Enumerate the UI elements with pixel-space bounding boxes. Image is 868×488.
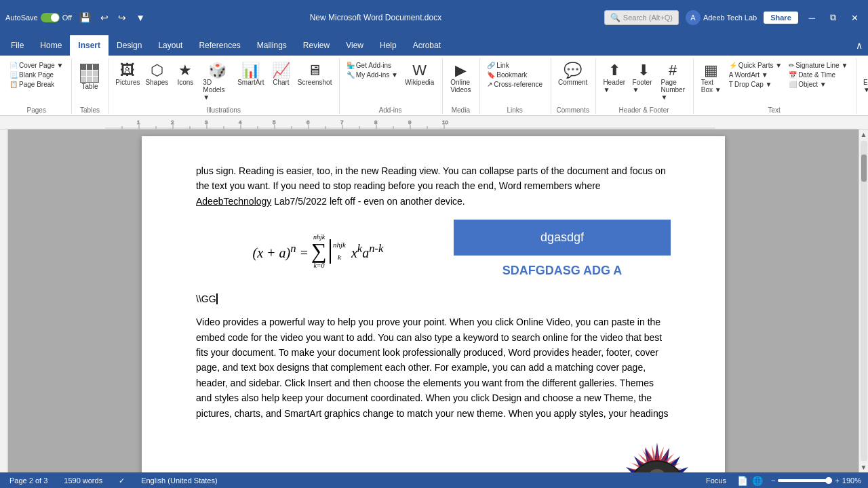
word-count[interactable]: 1590 words [61,475,105,486]
tab-file[interactable]: File [3,35,32,56]
document-area[interactable]: plus sign. Reading is easier, too, in th… [8,129,859,472]
tab-mailings[interactable]: Mailings [249,35,295,56]
ribbon-group-addins: 🏪 Get Add-ins 🔧 My Add-ins ▼ W Wikipedia… [341,58,443,114]
spell-check-icon[interactable]: ✓ [116,475,127,487]
body-text-content: Video provides a powerful way to help yo… [196,317,668,418]
zoom-thumb[interactable] [825,477,832,484]
close-button[interactable]: ✕ [847,12,863,24]
text-sub-buttons: ⚡ Quick Parts ▼ A WordArt ▼ T Drop Cap ▼ [726,61,785,89]
media-label: Media [452,105,470,114]
pictures-icon: 🖼 [120,62,135,79]
autosave-toggle[interactable] [41,13,60,22]
textbox-button[interactable]: ▦ TextBox ▼ [698,61,725,95]
redo-icon[interactable]: ↪ [116,12,128,24]
wordart-button[interactable]: A WordArt ▼ [726,70,785,79]
drop-cap-button[interactable]: T Drop Cap ▼ [726,80,785,89]
table-icon [80,64,99,83]
tab-insert[interactable]: Insert [70,35,108,56]
object-button[interactable]: ⬜ Object ▼ [786,80,850,89]
get-addins-button[interactable]: 🏪 Get Add-ins [344,61,401,70]
tab-acrobat[interactable]: Acrobat [405,35,449,56]
search-bar[interactable]: 🔍 Search (Alt+Q) [604,10,679,25]
restore-button[interactable]: ⧉ [826,11,840,24]
tab-layout[interactable]: Layout [150,35,191,56]
tab-references[interactable]: References [191,35,248,56]
tab-design[interactable]: Design [108,35,150,56]
save-icon[interactable]: 💾 [77,12,93,24]
zoom-percent[interactable]: 190% [842,476,861,485]
equation-button[interactable]: ∑ Equation ▼ [861,61,868,95]
hf-label: Header & Footer [619,105,669,114]
zoom-control[interactable]: − + 190% [771,476,861,485]
ribbon-collapse-icon[interactable]: ∧ [856,40,863,51]
equation-block: (x + a)n = nhjk nhjk k xkan-k [196,222,440,278]
scroll-thumb[interactable] [861,155,867,182]
page-number-button[interactable]: # PageNumber ▼ [658,61,688,102]
screenshot-icon: 🖥 [307,62,322,79]
svg-text:7: 7 [340,119,344,125]
svg-text:6: 6 [307,119,310,125]
scroll-down-arrow[interactable]: ▼ [859,462,868,472]
page-break-button[interactable]: 📋 Page Break [7,80,66,89]
web-layout-icon[interactable]: 🌐 [752,476,763,486]
signature-line-button[interactable]: ✏ Signature Line ▼ [786,61,850,70]
ribbon-tab-bar: File Home Insert Design Layout Reference… [0,35,868,56]
minimize-button[interactable]: ─ [805,12,819,24]
scroll-up-arrow[interactable]: ▲ [859,129,868,140]
right-scrollbar[interactable]: ▲ ▼ [859,129,868,472]
3d-models-button[interactable]: 🎲 3DModels ▼ [200,61,234,102]
screenshot-button[interactable]: 🖥 Screenshot [296,61,333,87]
icons-button[interactable]: ★ Icons [172,61,199,87]
tab-home[interactable]: Home [32,35,70,56]
footer-button[interactable]: ⬇ Footer ▼ [630,61,657,95]
cross-reference-button[interactable]: ↗ Cross-reference [484,80,545,89]
link-button[interactable]: 🔗 Link [484,61,545,70]
scroll-track[interactable] [861,141,867,461]
pages-items: 📄 Cover Page ▼ 📃 Blank Page 📋 Page Break [7,58,66,105]
ribbon-group-comments: 💬 Comment Comments [553,58,596,114]
addins-label: Add-ins [379,105,402,114]
pictures-button[interactable]: 🖼 Pictures [113,61,142,87]
ruler: 1 2 3 4 5 6 7 8 9 10 [0,116,868,129]
shapes-button[interactable]: ⬡ Shapes [143,61,170,87]
quick-parts-button[interactable]: ⚡ Quick Parts ▼ [726,61,785,70]
customize-icon[interactable]: ▼ [134,12,147,24]
smartart-button[interactable]: 📊 SmartArt [235,61,266,87]
cover-page-button[interactable]: 📄 Cover Page ▼ [7,61,66,70]
tab-view[interactable]: View [338,35,372,56]
undo-icon[interactable]: ↩ [98,12,111,24]
text-items: ▦ TextBox ▼ ⚡ Quick Parts ▼ A WordArt ▼ … [698,58,851,105]
search-icon: 🔍 [610,13,620,22]
zoom-out-icon[interactable]: − [771,476,775,485]
chart-button[interactable]: 📈 Chart [267,61,294,87]
typed-text[interactable]: \\GG [196,291,671,306]
print-layout-icon[interactable]: 📄 [737,476,748,486]
my-addins-button[interactable]: 🔧 My Add-ins ▼ [344,70,401,79]
zoom-bar[interactable] [778,479,832,482]
page-info[interactable]: Page 2 of 3 [7,475,50,486]
ribbon-group-links: 🔗 Link 🔖 Bookmark ↗ Cross-reference Link… [481,58,551,114]
user-avatar[interactable]: A [686,10,701,25]
wikipedia-button[interactable]: W Wikipedia [402,61,437,87]
tab-review[interactable]: Review [295,35,338,56]
tab-help[interactable]: Help [372,35,405,56]
comment-button[interactable]: 💬 Comment [555,61,590,87]
footer-icon: ⬇ [637,62,650,79]
links-buttons: 🔗 Link 🔖 Bookmark ↗ Cross-reference [484,61,545,89]
date-time-button[interactable]: 📅 Date & Time [786,70,850,79]
online-videos-button[interactable]: ▶ OnlineVideos [447,61,474,95]
table-button[interactable]: Table [76,61,103,93]
document-title: New Microsoft Word Document.docx [310,13,442,22]
language[interactable]: English (United States) [138,475,220,486]
zoom-in-icon[interactable]: + [835,476,839,485]
comments-items: 💬 Comment [555,58,590,105]
header-button[interactable]: ⬆ Header ▼ [600,61,628,95]
share-button[interactable]: Share [764,12,798,24]
quick-parts-icon: ⚡ [729,62,737,69]
links-items: 🔗 Link 🔖 Bookmark ↗ Cross-reference [484,58,545,105]
document-page[interactable]: plus sign. Reading is easier, too, in th… [142,136,725,472]
cursor [216,293,218,304]
bookmark-button[interactable]: 🔖 Bookmark [484,70,545,79]
blank-page-button[interactable]: 📃 Blank Page [7,70,66,79]
focus-button[interactable]: Focus [703,475,729,486]
